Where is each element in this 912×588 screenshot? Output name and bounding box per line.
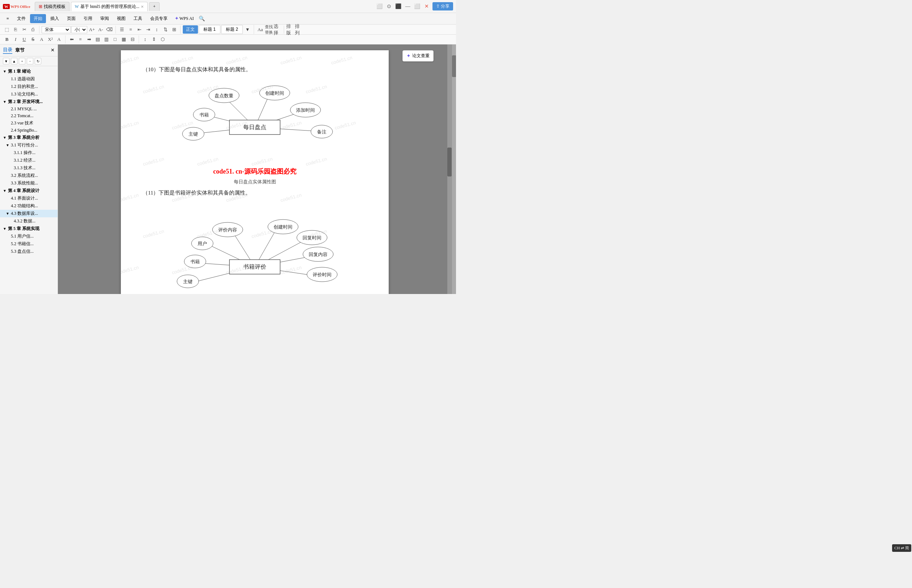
align-distribute-btn[interactable]: ▥	[102, 36, 110, 44]
menu-file[interactable]: 文件	[13, 14, 29, 23]
cut-btn[interactable]: ✂	[20, 26, 28, 34]
toc-remove-btn[interactable]: −	[27, 58, 33, 65]
menu-icon[interactable]: ⊙	[386, 3, 393, 10]
minimize-window-icon[interactable]: ⬜	[376, 3, 383, 10]
menu-view[interactable]: 视图	[113, 14, 129, 23]
align-center-btn[interactable]: ≡	[76, 36, 84, 44]
format-brush-btn[interactable]: ⬚	[3, 26, 11, 34]
columns-btn[interactable]: ⬡	[159, 36, 167, 44]
menu-vip[interactable]: 会员专享	[147, 14, 171, 23]
menu-tools[interactable]: 工具	[130, 14, 146, 23]
fullscreen-icon[interactable]: ⬛	[395, 3, 402, 10]
align-justify-btn[interactable]: ▤	[94, 36, 102, 44]
toc-add-btn[interactable]: +	[19, 58, 25, 65]
menu-wps-ai[interactable]: ✦ WPS AI	[172, 15, 197, 23]
clear-format-btn[interactable]: ⌫	[105, 26, 113, 34]
toc-item-3-1[interactable]: ▼3.1 可行性分...	[0, 141, 58, 149]
bold-btn[interactable]: B	[3, 36, 11, 44]
sort-layout-btn[interactable]: 排版	[286, 26, 294, 34]
italic-btn[interactable]: I	[11, 36, 19, 44]
find-replace-btn[interactable]: 查找替换	[265, 26, 273, 34]
toc-item-1-1[interactable]: 1.1 选题动因	[0, 75, 58, 83]
table-border-btn[interactable]: ⊟	[128, 36, 136, 44]
window-minimize-icon[interactable]: —	[404, 3, 411, 10]
toc-item-3-2[interactable]: 3.2 系统流程...	[0, 172, 58, 179]
toc-item-2-2[interactable]: 2.2 Tomcat...	[0, 113, 58, 120]
sort-btn[interactable]: ⇅	[161, 26, 169, 34]
menu-hamburger[interactable]: ≡	[3, 15, 13, 23]
toc-item-2-1[interactable]: 2.1 MYSQL ...	[0, 106, 58, 113]
menu-reference[interactable]: 引用	[80, 14, 96, 23]
scrollbar-track[interactable]	[447, 44, 452, 294]
toc-item-5-2[interactable]: 5.2 书籍信...	[0, 240, 58, 248]
font-size-select[interactable]: 小四	[71, 26, 87, 33]
doc-area[interactable]: code51.cn code51.cn code51.cn code51.cn …	[58, 44, 452, 294]
style-heading1-btn[interactable]: 标题 1	[199, 25, 220, 34]
style-more-btn[interactable]: ▼	[243, 26, 251, 34]
toc-tab[interactable]: 目录	[3, 47, 12, 54]
share-button[interactable]: ⇧ 分享	[433, 2, 453, 10]
toc-item-1-2[interactable]: 1.2 目的和意...	[0, 83, 58, 90]
indent-decrease-btn[interactable]: ⇤	[135, 26, 143, 34]
toc-item-5-3[interactable]: 5.3 盘点信...	[0, 248, 58, 255]
toc-navigate-up-btn[interactable]: ▲	[11, 58, 17, 65]
sidebar-close-btn[interactable]: ✕	[51, 47, 55, 53]
toc-item-4-1[interactable]: 4.1 界面设计...	[0, 195, 58, 202]
border-btn[interactable]: □	[111, 36, 119, 44]
line-spacing-btn[interactable]: ↕	[153, 26, 161, 34]
window-restore-icon[interactable]: ⬜	[414, 3, 421, 10]
toc-item-3-1-3[interactable]: 3.1.3 技术...	[0, 164, 58, 172]
toc-item-ch4[interactable]: ▼第 4 章 系统设计	[0, 187, 58, 195]
text-shadow-btn[interactable]: A	[55, 36, 63, 44]
menu-review[interactable]: 审阅	[97, 14, 113, 23]
font-color-btn[interactable]: A	[38, 36, 45, 44]
toc-item-4-3-2[interactable]: 4.3.2 数据...	[0, 217, 58, 225]
scrollbar-thumb[interactable]	[447, 147, 452, 176]
toc-item-ch5[interactable]: ▼第 5 章 系统实现	[0, 225, 58, 233]
style-format-btn[interactable]: Aa	[256, 26, 264, 34]
superscript-btn[interactable]: X²	[46, 36, 54, 44]
menu-insert[interactable]: 插入	[47, 14, 63, 23]
right-scrollbar-thumb[interactable]	[452, 55, 456, 77]
font-size-decrease-btn[interactable]: A-	[97, 26, 105, 34]
toc-item-4-2[interactable]: 4.2 功能结构...	[0, 202, 58, 210]
align-right-btn[interactable]: ➡	[85, 36, 93, 44]
chapters-tab[interactable]: 章节	[15, 47, 24, 53]
style-heading2-btn[interactable]: 标题 2	[221, 25, 243, 34]
underline-btn[interactable]: U	[20, 36, 28, 44]
toc-item-2-3[interactable]: 2.3 vue 技术	[0, 120, 58, 127]
toc-item-ch2[interactable]: ▼第 2 章 开发环境...	[0, 98, 58, 106]
font-name-select[interactable]: 宋体	[42, 26, 71, 33]
align-left-btn[interactable]: ⬅	[68, 36, 76, 44]
window-close-icon[interactable]: ✕	[423, 3, 430, 10]
toc-item-5-1[interactable]: 5.1 用户信...	[0, 233, 58, 240]
paste-btn[interactable]: ⎘	[11, 26, 19, 34]
copy-btn[interactable]: ⎙	[29, 26, 37, 34]
toc-navigate-down-btn[interactable]: ▼	[3, 58, 10, 65]
strikethrough-btn[interactable]: S̶	[29, 36, 37, 44]
toc-item-3-1-2[interactable]: 3.1.2 经济...	[0, 157, 58, 164]
indent-increase-btn[interactable]: ⇥	[144, 26, 152, 34]
tab-wps-home[interactable]: ⊞ 找稿壳模板	[35, 2, 70, 11]
toc-item-ch1[interactable]: ▼第 1 章 绪论	[0, 68, 58, 75]
toc-item-1-3[interactable]: 1.3 论文结构...	[0, 90, 58, 98]
font-size-increase-btn[interactable]: A+	[88, 26, 96, 34]
menu-start[interactable]: 开始	[30, 14, 46, 23]
tab-add[interactable]: +	[149, 2, 160, 11]
style-normal-btn[interactable]: 正文	[183, 25, 198, 34]
select-btn[interactable]: 选择	[274, 26, 282, 34]
tab-document[interactable]: W 基于 html5 的图书管理系统论... ✕	[71, 2, 147, 11]
toc-item-4-3[interactable]: ▼4.3 数据库设...	[0, 210, 58, 217]
numbered-list-btn[interactable]: ≡	[127, 26, 134, 34]
shading-btn[interactable]: ▦	[120, 36, 128, 44]
align-list-btn[interactable]: ☰	[118, 26, 126, 34]
arrange-btn[interactable]: 排列	[295, 26, 303, 34]
close-tab-icon[interactable]: ✕	[141, 5, 144, 9]
toc-refresh-btn[interactable]: ↻	[35, 58, 41, 65]
toc-item-3-1-1[interactable]: 3.1.1 操作...	[0, 149, 58, 157]
toc-item-ch3[interactable]: ▼第 3 章 系统分析	[0, 134, 58, 141]
line-spacing-btn2[interactable]: ↕	[141, 36, 149, 44]
toc-item-2-4[interactable]: 2.4 SpringBo...	[0, 127, 58, 134]
menu-page[interactable]: 页面	[63, 14, 79, 23]
para-spacing-btn[interactable]: ⇕	[150, 36, 158, 44]
